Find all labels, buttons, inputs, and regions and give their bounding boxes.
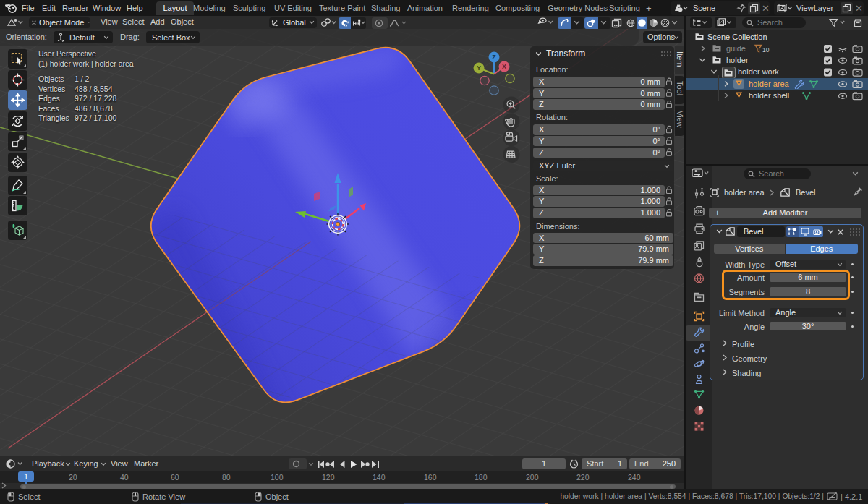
- svg-text:10: 10: [762, 46, 770, 54]
- svg-text:Y: Y: [477, 64, 481, 72]
- svg-text:Z: Z: [492, 54, 496, 61]
- svg-text:X: X: [502, 63, 506, 70]
